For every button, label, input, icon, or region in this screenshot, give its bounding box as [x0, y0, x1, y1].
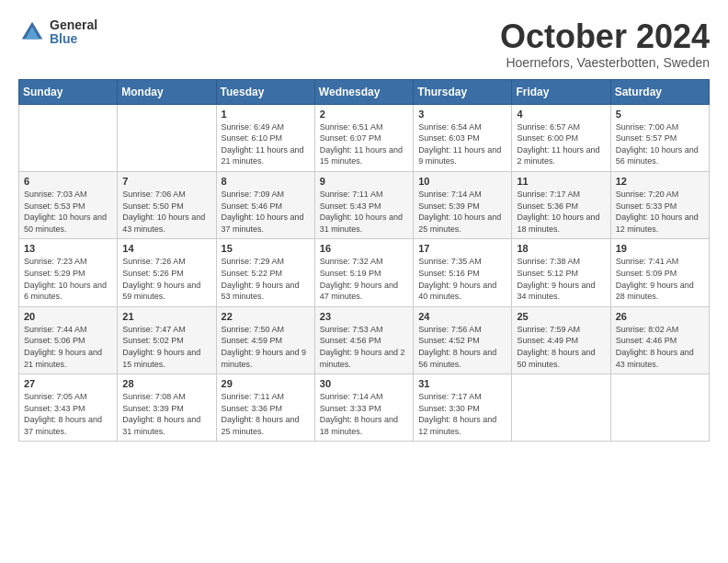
calendar-cell: 22Sunrise: 7:50 AMSunset: 4:59 PMDayligh…	[216, 306, 314, 373]
calendar-cell: 15Sunrise: 7:29 AMSunset: 5:22 PMDayligh…	[216, 239, 314, 306]
calendar-cell: 5Sunrise: 7:00 AMSunset: 5:57 PMDaylight…	[610, 104, 709, 171]
day-info: Sunrise: 6:51 AMSunset: 6:07 PMDaylight:…	[320, 121, 408, 167]
day-number: 14	[122, 243, 210, 254]
weekday-header-wednesday: Wednesday	[314, 79, 413, 104]
calendar-cell: 30Sunrise: 7:14 AMSunset: 3:33 PMDayligh…	[314, 374, 413, 442]
day-number: 6	[24, 176, 112, 187]
logo-blue-text: Blue	[50, 32, 97, 46]
day-info: Sunrise: 7:03 AMSunset: 5:53 PMDaylight:…	[24, 189, 112, 235]
calendar-week-4: 20Sunrise: 7:44 AMSunset: 5:06 PMDayligh…	[19, 306, 710, 373]
logo: General Blue	[18, 18, 97, 47]
day-info: Sunrise: 7:20 AMSunset: 5:33 PMDaylight:…	[616, 189, 704, 235]
day-number: 7	[122, 176, 210, 187]
day-info: Sunrise: 7:11 AMSunset: 3:36 PMDaylight:…	[222, 391, 310, 437]
weekday-header-friday: Friday	[512, 79, 610, 104]
day-info: Sunrise: 7:00 AMSunset: 5:57 PMDaylight:…	[616, 121, 704, 167]
calendar-cell: 13Sunrise: 7:23 AMSunset: 5:29 PMDayligh…	[19, 239, 118, 306]
calendar-cell: 17Sunrise: 7:35 AMSunset: 5:16 PMDayligh…	[414, 239, 512, 306]
calendar-cell: 10Sunrise: 7:14 AMSunset: 5:39 PMDayligh…	[414, 171, 512, 238]
day-number: 20	[24, 311, 112, 322]
day-number: 10	[418, 176, 506, 187]
logo-text: General Blue	[50, 18, 97, 47]
calendar-cell: 2Sunrise: 6:51 AMSunset: 6:07 PMDaylight…	[314, 104, 413, 171]
calendar-cell: 14Sunrise: 7:26 AMSunset: 5:26 PMDayligh…	[118, 239, 216, 306]
calendar-cell: 8Sunrise: 7:09 AMSunset: 5:46 PMDaylight…	[216, 171, 314, 238]
day-number: 11	[517, 176, 605, 187]
day-number: 15	[222, 243, 310, 254]
calendar-cell: 24Sunrise: 7:56 AMSunset: 4:52 PMDayligh…	[414, 306, 512, 373]
day-number: 19	[616, 243, 704, 254]
day-info: Sunrise: 7:17 AMSunset: 5:36 PMDaylight:…	[517, 189, 605, 235]
day-info: Sunrise: 7:14 AMSunset: 3:33 PMDaylight:…	[320, 391, 408, 437]
day-number: 21	[122, 311, 210, 322]
day-number: 2	[320, 109, 408, 120]
calendar-cell	[19, 104, 118, 171]
calendar-table: SundayMondayTuesdayWednesdayThursdayFrid…	[18, 79, 710, 442]
day-info: Sunrise: 7:44 AMSunset: 5:06 PMDaylight:…	[24, 324, 112, 370]
calendar-cell: 27Sunrise: 7:05 AMSunset: 3:43 PMDayligh…	[19, 374, 118, 442]
calendar-cell: 23Sunrise: 7:53 AMSunset: 4:56 PMDayligh…	[314, 306, 413, 373]
calendar-cell: 21Sunrise: 7:47 AMSunset: 5:02 PMDayligh…	[118, 306, 216, 373]
day-info: Sunrise: 7:59 AMSunset: 4:49 PMDaylight:…	[517, 324, 605, 370]
day-number: 30	[320, 378, 408, 389]
calendar-cell: 4Sunrise: 6:57 AMSunset: 6:00 PMDaylight…	[512, 104, 610, 171]
calendar-week-1: 1Sunrise: 6:49 AMSunset: 6:10 PMDaylight…	[19, 104, 710, 171]
weekday-header-monday: Monday	[118, 79, 216, 104]
calendar-cell: 26Sunrise: 8:02 AMSunset: 4:46 PMDayligh…	[610, 306, 709, 373]
day-info: Sunrise: 7:11 AMSunset: 5:43 PMDaylight:…	[320, 189, 408, 235]
day-info: Sunrise: 7:06 AMSunset: 5:50 PMDaylight:…	[122, 189, 210, 235]
weekday-header-sunday: Sunday	[19, 79, 118, 104]
header: General Blue October 2024 Hoernefors, Va…	[18, 18, 710, 70]
day-number: 4	[517, 109, 605, 120]
calendar-cell	[610, 374, 709, 442]
day-number: 22	[222, 311, 310, 322]
calendar-cell: 1Sunrise: 6:49 AMSunset: 6:10 PMDaylight…	[216, 104, 314, 171]
day-info: Sunrise: 7:26 AMSunset: 5:26 PMDaylight:…	[122, 256, 210, 302]
day-info: Sunrise: 7:09 AMSunset: 5:46 PMDaylight:…	[222, 189, 310, 235]
calendar-week-5: 27Sunrise: 7:05 AMSunset: 3:43 PMDayligh…	[19, 374, 710, 442]
calendar-cell: 31Sunrise: 7:17 AMSunset: 3:30 PMDayligh…	[414, 374, 512, 442]
day-number: 29	[222, 378, 310, 389]
day-number: 13	[24, 243, 112, 254]
day-number: 8	[222, 176, 310, 187]
calendar-cell: 29Sunrise: 7:11 AMSunset: 3:36 PMDayligh…	[216, 374, 314, 442]
day-info: Sunrise: 7:50 AMSunset: 4:59 PMDaylight:…	[222, 324, 310, 370]
day-number: 31	[418, 378, 506, 389]
day-number: 16	[320, 243, 408, 254]
calendar-cell	[512, 374, 610, 442]
calendar-cell: 16Sunrise: 7:32 AMSunset: 5:19 PMDayligh…	[314, 239, 413, 306]
day-number: 12	[616, 176, 704, 187]
day-number: 25	[517, 311, 605, 322]
day-number: 1	[222, 109, 310, 120]
calendar-cell	[118, 104, 216, 171]
day-info: Sunrise: 7:32 AMSunset: 5:19 PMDaylight:…	[320, 256, 408, 302]
day-info: Sunrise: 7:56 AMSunset: 4:52 PMDaylight:…	[418, 324, 506, 370]
location-subtitle: Hoernefors, Vaesterbotten, Sweden	[500, 55, 710, 70]
calendar-cell: 12Sunrise: 7:20 AMSunset: 5:33 PMDayligh…	[610, 171, 709, 238]
day-info: Sunrise: 7:38 AMSunset: 5:12 PMDaylight:…	[517, 256, 605, 302]
day-info: Sunrise: 6:54 AMSunset: 6:03 PMDaylight:…	[418, 121, 506, 167]
day-info: Sunrise: 8:02 AMSunset: 4:46 PMDaylight:…	[616, 324, 704, 370]
day-info: Sunrise: 7:53 AMSunset: 4:56 PMDaylight:…	[320, 324, 408, 370]
day-info: Sunrise: 7:14 AMSunset: 5:39 PMDaylight:…	[418, 189, 506, 235]
day-number: 24	[418, 311, 506, 322]
day-info: Sunrise: 6:57 AMSunset: 6:00 PMDaylight:…	[517, 121, 605, 167]
day-info: Sunrise: 7:41 AMSunset: 5:09 PMDaylight:…	[616, 256, 704, 302]
logo-general-text: General	[50, 18, 97, 32]
month-title: October 2024	[500, 18, 710, 55]
calendar-week-2: 6Sunrise: 7:03 AMSunset: 5:53 PMDaylight…	[19, 171, 710, 238]
calendar-cell: 7Sunrise: 7:06 AMSunset: 5:50 PMDaylight…	[118, 171, 216, 238]
title-section: October 2024 Hoernefors, Vaesterbotten, …	[500, 18, 710, 70]
calendar-cell: 3Sunrise: 6:54 AMSunset: 6:03 PMDaylight…	[414, 104, 512, 171]
day-info: Sunrise: 7:17 AMSunset: 3:30 PMDaylight:…	[418, 391, 506, 437]
day-number: 9	[320, 176, 408, 187]
calendar-cell: 11Sunrise: 7:17 AMSunset: 5:36 PMDayligh…	[512, 171, 610, 238]
calendar-cell: 9Sunrise: 7:11 AMSunset: 5:43 PMDaylight…	[314, 171, 413, 238]
day-info: Sunrise: 7:08 AMSunset: 3:39 PMDaylight:…	[122, 391, 210, 437]
calendar-cell: 18Sunrise: 7:38 AMSunset: 5:12 PMDayligh…	[512, 239, 610, 306]
day-info: Sunrise: 7:35 AMSunset: 5:16 PMDaylight:…	[418, 256, 506, 302]
day-number: 27	[24, 378, 112, 389]
day-number: 23	[320, 311, 408, 322]
day-number: 28	[122, 378, 210, 389]
day-number: 18	[517, 243, 605, 254]
